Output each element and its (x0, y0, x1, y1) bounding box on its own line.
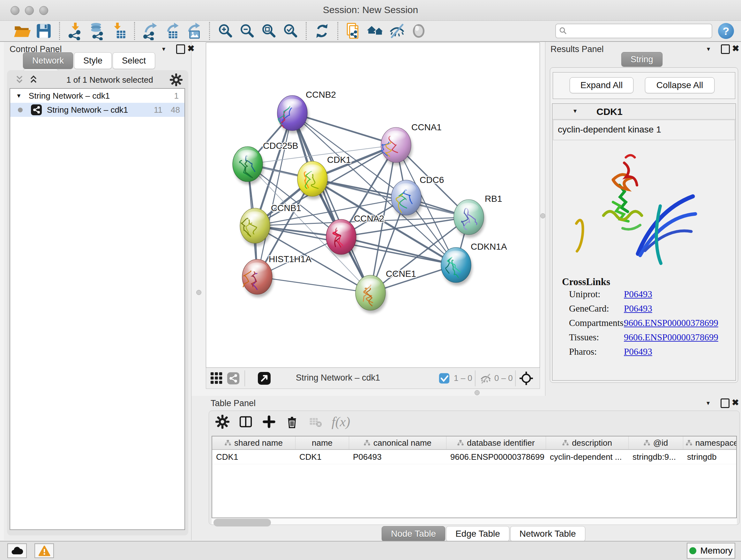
table-cell[interactable]: 9606.ENSP00000378699 (447, 452, 546, 462)
node-CDK1[interactable]: CDK1 (297, 155, 351, 199)
show-columns-icon[interactable] (239, 415, 253, 429)
import-table-icon[interactable] (110, 22, 128, 40)
edge-CCNB2-CCNE1[interactable] (292, 113, 370, 293)
homes-icon[interactable] (366, 22, 385, 40)
table-panel-float-icon[interactable] (721, 398, 730, 408)
crosslink-pharos-[interactable]: P06493 (624, 347, 652, 361)
expand-all-button[interactable]: Expand All (569, 77, 633, 93)
export-image-icon[interactable] (185, 22, 203, 40)
crosslink-genecard-[interactable]: P06493 (624, 303, 652, 318)
zoom-selected-icon[interactable] (281, 22, 300, 40)
selected-checkbox-icon[interactable] (439, 373, 450, 384)
open-in-new-window-icon[interactable] (257, 371, 271, 385)
add-column-icon[interactable] (262, 415, 276, 429)
scrollbar-thumb[interactable] (213, 519, 271, 526)
tab-style[interactable]: Style (74, 52, 112, 69)
edge-HIST1H1A-CCNE1[interactable] (257, 277, 370, 293)
crosslink-uniprot-[interactable]: P06493 (624, 289, 652, 303)
document-share-icon[interactable] (344, 22, 363, 40)
node-label-CDC25B: CDC25B (263, 141, 298, 151)
network-list-panel: 1 of 1 Network selected (7, 70, 188, 536)
node-CDKN1A[interactable]: CDKN1A (441, 242, 507, 286)
tab-select[interactable]: Select (113, 52, 155, 69)
column-label: name (312, 438, 333, 448)
memory-button[interactable]: Memory (687, 543, 735, 559)
tab-network[interactable]: Network (23, 52, 73, 69)
table-cell[interactable]: stringdb (683, 452, 737, 462)
network-options-gear-icon[interactable] (170, 73, 183, 86)
refresh-icon[interactable] (313, 22, 331, 40)
results-panel-collapse-icon[interactable]: ▾ (707, 45, 710, 53)
tab-string[interactable]: String (621, 52, 663, 67)
table-panel-collapse-icon[interactable]: ▾ (706, 399, 710, 407)
results-panel-float-icon[interactable] (721, 44, 730, 54)
results-panel-close-icon[interactable]: ✖ (732, 44, 739, 53)
import-from-database-icon[interactable] (88, 22, 106, 40)
delete-column-icon[interactable] (285, 415, 299, 429)
network-canvas[interactable]: CCNB2CCNA1CDC25BCDK1CDC6RB1CCNB1CCNA2CDK… (206, 43, 540, 368)
gene-section-header[interactable]: ▾ CDK1 (552, 104, 736, 119)
table-cell[interactable]: cyclin-dependent ... (546, 452, 629, 462)
table-panel-close-icon[interactable]: ✖ (732, 398, 739, 407)
tab-node-table[interactable]: Node Table (382, 526, 445, 542)
show-all-icon[interactable] (409, 22, 428, 40)
network-tree-row[interactable]: ▼String Network – cdk11 (10, 89, 185, 103)
left-splitter-handle[interactable] (196, 290, 201, 295)
crosslink-compartments-[interactable]: 9606.ENSP00000378699 (624, 318, 718, 332)
search-input[interactable] (555, 23, 712, 38)
right-splitter-handle[interactable] (540, 213, 545, 219)
gene-section-caret-icon[interactable]: ▾ (574, 107, 577, 115)
node-table-container: f(x) shared namenamecanonical namedataba… (209, 411, 740, 525)
help-button[interactable]: ? (718, 23, 734, 39)
crosslinks-title: CrossLinks (562, 276, 610, 288)
bottom-splitter-handle[interactable] (475, 390, 480, 395)
node-CCNE1[interactable]: CCNE1 (355, 269, 416, 313)
table-cell[interactable]: P06493 (349, 452, 447, 462)
table-cell[interactable]: CDK1 (295, 452, 349, 462)
save-session-icon[interactable] (35, 22, 53, 40)
hidden-node-edge-counts: 0 – 0 (494, 373, 513, 383)
open-session-icon[interactable] (13, 22, 31, 40)
column-header-canonical-name[interactable]: canonical name (349, 436, 447, 449)
expand-all-icon[interactable] (28, 74, 39, 85)
collapse-all-button[interactable]: Collapse All (645, 77, 715, 93)
import-network-icon[interactable] (66, 22, 84, 40)
column-header-namespace[interactable]: namespace (683, 436, 737, 449)
column-header-database-identifier[interactable]: database identifier (447, 436, 546, 449)
node-HIST1H1A[interactable]: HIST1H1A (242, 254, 312, 297)
control-panel-close-icon[interactable]: ✖ (187, 44, 195, 53)
warnings-button[interactable] (35, 543, 54, 558)
table-options-gear-icon[interactable] (215, 415, 229, 429)
table-cell[interactable]: stringdb:9... (629, 452, 683, 462)
zoom-in-icon[interactable] (216, 22, 234, 40)
node-CCNA1[interactable]: CCNA1 (381, 122, 442, 165)
network-tree-row[interactable]: String Network – cdk11148 (10, 103, 185, 117)
zoom-out-icon[interactable] (238, 22, 256, 40)
delete-table-icon[interactable] (308, 415, 323, 429)
column-header--id[interactable]: @id (629, 436, 683, 449)
control-panel-collapse-icon[interactable]: ▾ (162, 45, 165, 53)
birds-eye-view-icon[interactable] (519, 371, 534, 386)
table-cell[interactable]: CDK1 (212, 452, 295, 462)
column-header-shared-name[interactable]: shared name (212, 436, 295, 449)
collapse-all-icon[interactable] (14, 74, 25, 85)
zoom-fit-icon[interactable] (259, 22, 278, 40)
table-row[interactable]: CDK1CDK1P064939606.ENSP00000378699cyclin… (212, 450, 736, 464)
crosslink-tissues-[interactable]: 9606.ENSP00000378699 (624, 332, 718, 347)
export-table-icon[interactable] (163, 22, 181, 40)
node-RB1[interactable]: RB1 (454, 194, 502, 238)
column-header-name[interactable]: name (295, 436, 349, 449)
node-CDC6[interactable]: CDC6 (391, 175, 444, 218)
tree-caret-icon[interactable]: ▼ (16, 92, 22, 99)
function-builder-icon[interactable]: f(x) (332, 414, 350, 429)
cloud-button[interactable] (7, 543, 27, 558)
string-network-icon[interactable] (226, 372, 240, 385)
tab-edge-table[interactable]: Edge Table (446, 526, 509, 542)
node-label-CDK1: CDK1 (327, 155, 351, 165)
table-horizontal-scrollbar[interactable] (212, 518, 737, 524)
hide-selected-icon[interactable] (388, 22, 406, 40)
column-header-description[interactable]: description (546, 436, 629, 449)
export-network-icon[interactable] (141, 22, 159, 40)
grid-view-icon[interactable] (210, 372, 223, 385)
tab-network-table[interactable]: Network Table (510, 526, 585, 542)
